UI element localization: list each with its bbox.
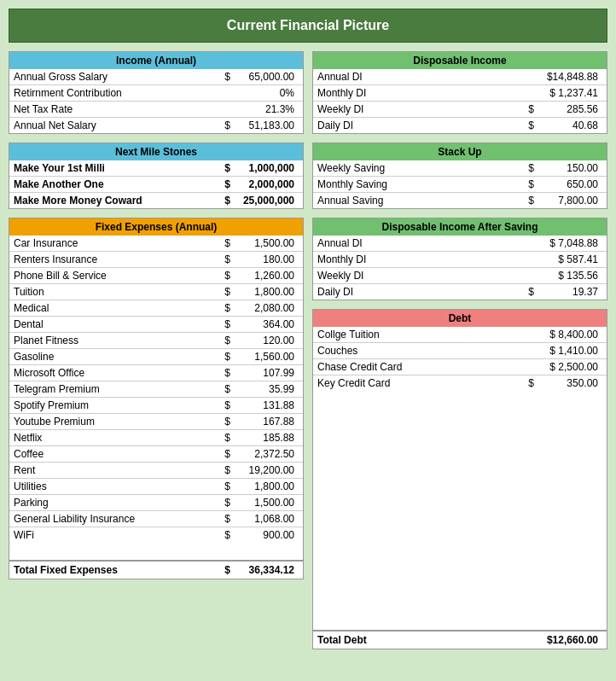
table-row: Monthly DI$ 587.41	[313, 251, 607, 267]
row-dollar: $	[213, 162, 230, 174]
row-label: Key Credit Card	[317, 377, 517, 389]
row-dollar: $	[213, 286, 230, 298]
row-value: 1,068.00	[230, 513, 299, 525]
table-row: Medical$2,080.00	[9, 300, 303, 316]
row-dollar: $	[213, 237, 230, 249]
row-value: 1,000,000	[230, 162, 299, 174]
row-value: 19,200.00	[230, 464, 299, 476]
row-value: 25,000,000	[230, 195, 299, 207]
table-row: Car Insurance$1,500.00	[9, 236, 303, 251]
disposable-after-header: Disposable Income After Saving	[313, 218, 607, 236]
fixed-expenses-header: Fixed Expenses (Annual)	[9, 218, 303, 236]
table-row: Make Your 1st Milli$1,000,000	[9, 160, 303, 176]
row-value: $14,848.88	[534, 71, 602, 83]
row-value: 1,800.00	[230, 480, 299, 492]
row-label: Daily DI	[317, 119, 517, 131]
row-dollar: $	[517, 178, 534, 190]
row-dollar: $	[213, 448, 230, 460]
row-label: Planet Fitness	[14, 335, 213, 346]
row-label: Make Another One	[14, 178, 213, 190]
table-row: Make More Money Coward$25,000,000	[9, 192, 303, 208]
disposable-after-section: Disposable Income After Saving Annual DI…	[312, 218, 607, 300]
row-value: 150.00	[534, 162, 602, 174]
row-label: Make Your 1st Milli	[14, 162, 213, 174]
row-dollar: $	[213, 195, 230, 207]
row-dollar: $	[213, 253, 230, 265]
row-label: Parking	[14, 497, 213, 509]
row-label: Annual DI	[317, 237, 517, 249]
row-value: $ 135.56	[534, 270, 602, 282]
row-label: Couches	[317, 345, 517, 357]
row-label: Phone Bill & Service	[14, 270, 213, 282]
table-row: Gasoline$1,560.00	[9, 348, 303, 364]
main-title: Current Financial Picture	[9, 9, 607, 43]
table-row: Dental$364.00	[9, 316, 303, 332]
income-section: Income (Annual) Annual Gross Salary$65,0…	[9, 51, 304, 134]
row-value: 120.00	[230, 335, 299, 346]
stack-up-section: Stack Up Weekly Saving$150.00Monthly Sav…	[312, 143, 607, 209]
row-value: 900.00	[230, 529, 299, 541]
row-value: 1,560.00	[230, 351, 299, 363]
row-value: 1,800.00	[230, 286, 299, 298]
row-dollar: $	[213, 513, 230, 525]
row-dollar: $	[213, 270, 230, 282]
table-row: Couches$ 1,410.00	[313, 342, 607, 358]
table-row: Weekly DI$285.56	[313, 101, 607, 117]
row-value: $ 587.41	[534, 253, 602, 265]
table-row: Annual Saving$7,800.00	[313, 192, 607, 208]
row-label: Gasoline	[14, 351, 213, 363]
row-value: 107.99	[230, 367, 299, 379]
row-label: Annual Saving	[317, 195, 517, 207]
table-row: Weekly Saving$150.00	[313, 160, 607, 176]
table-row: Chase Credit Card$ 2,500.00	[313, 358, 607, 375]
table-row: Telegram Premium$35.99	[9, 381, 303, 397]
fixed-expenses-footer: Total Fixed Expenses $ 36,334.12	[9, 560, 303, 579]
row-value: 7,800.00	[534, 195, 602, 207]
row-value: 1,500.00	[230, 497, 299, 509]
table-row: Parking$1,500.00	[9, 494, 303, 510]
row-dollar: $	[213, 178, 230, 190]
row-dollar: $	[213, 119, 230, 131]
row-label: Collge Tuition	[317, 329, 517, 340]
row-dollar: $	[213, 529, 230, 541]
table-row: Microsoft Office$107.99	[9, 364, 303, 381]
row-label: Monthly Saving	[317, 178, 517, 190]
table-row: Monthly Saving$650.00	[313, 176, 607, 192]
row-value: 65,000.00	[230, 71, 299, 83]
row-value: 19.37	[534, 286, 602, 298]
table-row: Annual DI$14,848.88	[313, 69, 607, 84]
row-dollar: $	[517, 119, 534, 131]
row-label: WiFi	[14, 529, 213, 541]
fixed-expenses-section: Fixed Expenses (Annual) Car Insurance$1,…	[9, 218, 304, 579]
row-label: Weekly Saving	[317, 162, 517, 174]
stack-up-header: Stack Up	[313, 143, 607, 160]
table-row: Planet Fitness$120.00	[9, 332, 303, 348]
disposable-income-header: Disposable Income	[313, 52, 607, 69]
row-label: Annual Gross Salary	[14, 71, 213, 83]
disposable-income-section: Disposable Income Annual DI$14,848.88Mon…	[312, 51, 607, 134]
row-label: Weekly DI	[317, 103, 517, 115]
row-dollar: $	[517, 103, 534, 115]
row-value: 2,080.00	[230, 302, 299, 314]
table-row: Phone Bill & Service$1,260.00	[9, 267, 303, 283]
income-header: Income (Annual)	[9, 52, 303, 69]
row-value: 21.3%	[230, 103, 299, 115]
row-label: Renters Insurance	[14, 253, 213, 265]
row-label: General Liability Insurance	[14, 513, 213, 525]
row-dollar: $	[213, 416, 230, 428]
table-row: General Liability Insurance$1,068.00	[9, 510, 303, 527]
row-dollar: $	[517, 195, 534, 207]
row-label: Make More Money Coward	[14, 195, 213, 207]
row-dollar: $	[213, 351, 230, 363]
milestones-header: Next Mile Stones	[9, 143, 303, 160]
row-label: Telegram Premium	[14, 383, 213, 395]
row-value: 1,260.00	[230, 270, 299, 282]
row-label: Coffee	[14, 448, 213, 460]
table-row: Coffee$2,372.50	[9, 445, 303, 462]
debt-footer: Total Debt $12,660.00	[313, 630, 607, 649]
row-dollar: $	[213, 383, 230, 395]
row-dollar: $	[213, 367, 230, 379]
row-dollar: $	[213, 432, 230, 444]
row-dollar: $	[213, 318, 230, 330]
row-value: 131.88	[230, 399, 299, 411]
